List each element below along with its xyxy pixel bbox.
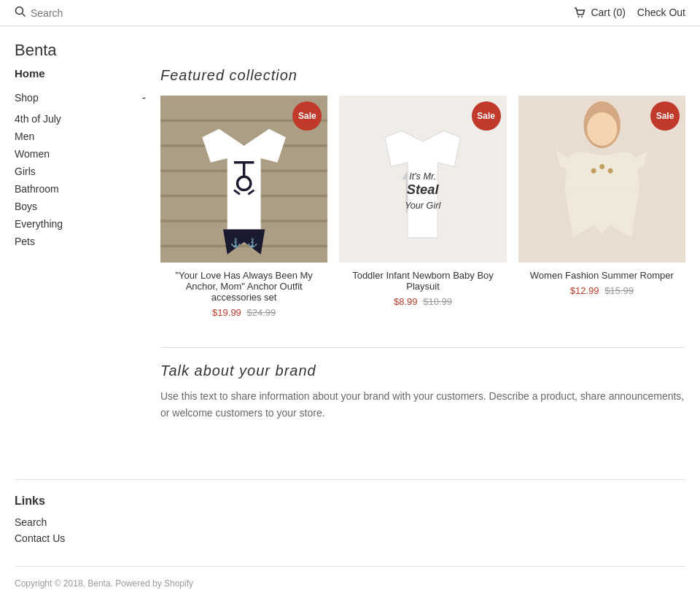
- svg-text:⚓: ⚓: [230, 238, 241, 248]
- header: Cart (0) Check Out: [0, 0, 700, 26]
- products-grid: Sale: [160, 96, 685, 318]
- product-prices-2: $8.99 $10.99: [339, 296, 506, 307]
- sidebar-shop-label: Shop: [15, 92, 39, 104]
- svg-line-1: [23, 14, 26, 17]
- product-title-3: Women Fashion Summer Romper: [518, 270, 685, 281]
- svg-point-28: [591, 168, 596, 174]
- svg-text:Your Girl: Your Girl: [405, 201, 441, 211]
- sale-badge-3: Sale: [650, 101, 680, 131]
- cart-link[interactable]: Cart (0): [574, 7, 626, 19]
- product-card-2[interactable]: Sale It's Mr. Steal Your Girl Todd: [339, 96, 506, 318]
- svg-point-3: [581, 16, 583, 18]
- footer: Links Search Contact Us Copyright © 2018…: [0, 465, 700, 601]
- svg-point-0: [16, 7, 23, 15]
- product-prices-3: $12.99 $15.99: [518, 285, 685, 296]
- svg-point-27: [587, 112, 617, 146]
- search-bar: [15, 6, 176, 20]
- sidebar-item-boys[interactable]: Boys: [15, 198, 146, 215]
- sidebar-home[interactable]: Home: [15, 67, 146, 80]
- search-icon: [15, 6, 26, 20]
- sale-badge-2: Sale: [472, 101, 501, 131]
- store-name: Benta: [0, 26, 700, 67]
- sidebar-item-women[interactable]: Women: [15, 145, 146, 163]
- product-prices-1: $19.99 $24.99: [160, 307, 327, 318]
- svg-point-30: [607, 168, 612, 174]
- price-original-2: $10.99: [423, 296, 452, 307]
- footer-links-title: Links: [15, 495, 685, 508]
- sidebar-nav: 4th of July Men Women Girls Bathroom Boy…: [15, 110, 146, 250]
- brand-title: Talk about your brand: [160, 362, 685, 379]
- brand-text: Use this text to share information about…: [160, 388, 685, 421]
- brand-section: Talk about your brand Use this text to s…: [160, 347, 685, 421]
- search-input[interactable]: [31, 7, 176, 19]
- svg-text:Steal: Steal: [407, 182, 440, 197]
- footer-link-search[interactable]: Search: [15, 516, 685, 528]
- sidebar-shop-toggle: -: [142, 91, 146, 104]
- main-layout: Home Shop - 4th of July Men Women Girls …: [0, 67, 700, 450]
- price-sale-2: $8.99: [394, 296, 418, 307]
- footer-link-contact[interactable]: Contact Us: [15, 532, 685, 544]
- product-image-wrap-3: Sale: [518, 96, 685, 263]
- sidebar-item-men[interactable]: Men: [15, 128, 146, 145]
- svg-point-29: [599, 164, 604, 169]
- footer-copyright: Copyright © 2018, Benta. Powered by Shop…: [15, 566, 685, 589]
- sidebar-item-pets[interactable]: Pets: [15, 233, 146, 250]
- price-original-1: $24.99: [246, 307, 276, 318]
- cart-icon: [574, 7, 591, 18]
- price-sale-3: $12.99: [570, 285, 599, 296]
- svg-text:⚓: ⚓: [247, 238, 258, 248]
- checkout-link[interactable]: Check Out: [637, 7, 685, 18]
- price-original-3: $15.99: [604, 285, 634, 296]
- sidebar-item-bathroom[interactable]: Bathroom: [15, 180, 146, 198]
- footer-links-list: Search Contact Us: [15, 516, 685, 544]
- price-sale-1: $19.99: [212, 307, 241, 318]
- product-title-1: "Your Love Has Always Been My Anchor, Mo…: [160, 270, 327, 303]
- footer-search-link[interactable]: Search: [15, 516, 47, 528]
- sidebar-item-girls[interactable]: Girls: [15, 163, 146, 180]
- cart-label: Cart (0): [591, 7, 625, 18]
- product-card-3[interactable]: Sale: [518, 96, 685, 318]
- sidebar-shop-header[interactable]: Shop -: [15, 91, 146, 104]
- sidebar: Home Shop - 4th of July Men Women Girls …: [15, 67, 146, 450]
- product-card-1[interactable]: Sale: [160, 96, 327, 318]
- main-content: Featured collection Sale: [160, 67, 685, 450]
- product-title-2: Toddler Infant Newborn Baby Boy Playsuit: [339, 270, 506, 292]
- svg-text:It's Mr.: It's Mr.: [410, 171, 437, 182]
- svg-point-2: [578, 16, 579, 18]
- featured-title: Featured collection: [160, 67, 685, 84]
- sidebar-item-4th-of-july[interactable]: 4th of July: [15, 110, 146, 128]
- product-image-wrap-2: Sale It's Mr. Steal Your Girl: [339, 96, 506, 263]
- product-image-wrap-1: Sale: [160, 96, 327, 263]
- sidebar-item-everything[interactable]: Everything: [15, 215, 146, 233]
- header-right: Cart (0) Check Out: [574, 7, 685, 19]
- footer-contact-link[interactable]: Contact Us: [15, 532, 65, 544]
